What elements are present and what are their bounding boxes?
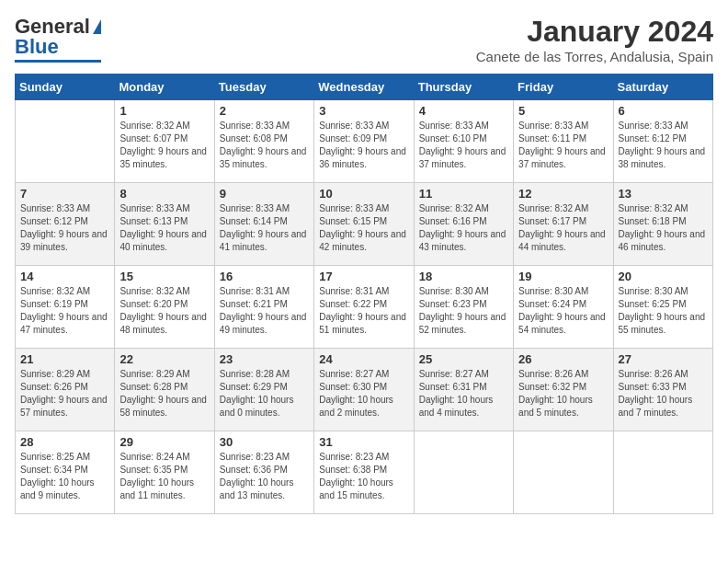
day-number: 25 [419,352,508,366]
day-number: 17 [319,270,408,283]
table-row: 14Sunrise: 8:32 AMSunset: 6:19 PMDayligh… [16,266,115,349]
day-info: Sunrise: 8:33 AMSunset: 6:10 PMDaylight:… [419,120,508,171]
logo: General Blue [15,15,101,63]
day-number: 20 [619,270,708,283]
table-row: 9Sunrise: 8:33 AMSunset: 6:14 PMDaylight… [214,183,313,266]
header-saturday: Saturday [613,75,712,100]
day-info: Sunrise: 8:30 AMSunset: 6:25 PMDaylight:… [619,285,708,337]
day-info: Sunrise: 8:32 AMSunset: 6:19 PMDaylight:… [20,285,109,337]
day-info: Sunrise: 8:23 AMSunset: 6:36 PMDaylight:… [220,451,309,502]
day-info: Sunrise: 8:32 AMSunset: 6:20 PMDaylight:… [119,285,209,337]
day-info: Sunrise: 8:33 AMSunset: 6:08 PMDaylight:… [220,120,309,171]
title-area: January 2024 Canete de las Torres, Andal… [476,15,713,64]
day-info: Sunrise: 8:27 AMSunset: 6:31 PMDaylight:… [419,368,508,419]
table-row [414,431,513,514]
day-number: 27 [619,352,708,366]
day-number: 7 [20,187,109,201]
table-row: 25Sunrise: 8:27 AMSunset: 6:31 PMDayligh… [414,349,513,431]
header-tuesday: Tuesday [214,75,313,100]
day-number: 14 [20,270,109,283]
day-info: Sunrise: 8:28 AMSunset: 6:29 PMDaylight:… [220,368,309,419]
day-number: 11 [419,187,508,201]
day-number: 12 [518,187,608,201]
day-number: 8 [119,187,209,201]
day-number: 16 [220,270,309,283]
day-number: 6 [619,104,708,118]
day-info: Sunrise: 8:25 AMSunset: 6:34 PMDaylight:… [20,451,109,502]
table-row: 19Sunrise: 8:30 AMSunset: 6:24 PMDayligh… [514,266,613,349]
table-row [514,431,613,514]
day-info: Sunrise: 8:33 AMSunset: 6:14 PMDaylight:… [220,202,309,254]
calendar-week-row: 1Sunrise: 8:32 AMSunset: 6:07 PMDaylight… [16,100,713,183]
day-number: 19 [518,270,608,283]
header-thursday: Thursday [414,75,513,100]
day-number: 2 [220,104,309,118]
day-info: Sunrise: 8:29 AMSunset: 6:28 PMDaylight:… [119,368,209,419]
table-row: 8Sunrise: 8:33 AMSunset: 6:13 PMDaylight… [115,183,214,266]
table-row: 6Sunrise: 8:33 AMSunset: 6:12 PMDaylight… [613,100,712,183]
day-number: 5 [518,104,608,118]
table-row: 29Sunrise: 8:24 AMSunset: 6:35 PMDayligh… [115,431,214,514]
table-row: 16Sunrise: 8:31 AMSunset: 6:21 PMDayligh… [214,266,313,349]
day-number: 28 [20,435,109,449]
table-row: 11Sunrise: 8:32 AMSunset: 6:16 PMDayligh… [414,183,513,266]
day-info: Sunrise: 8:26 AMSunset: 6:32 PMDaylight:… [518,368,608,419]
day-number: 29 [119,435,209,449]
logo-blue-text: Blue [15,35,59,59]
day-info: Sunrise: 8:32 AMSunset: 6:16 PMDaylight:… [419,202,508,254]
day-info: Sunrise: 8:23 AMSunset: 6:38 PMDaylight:… [319,451,408,502]
day-info: Sunrise: 8:31 AMSunset: 6:21 PMDaylight:… [220,285,309,337]
day-info: Sunrise: 8:32 AMSunset: 6:18 PMDaylight:… [619,202,708,254]
header-friday: Friday [514,75,613,100]
day-info: Sunrise: 8:33 AMSunset: 6:13 PMDaylight:… [119,202,209,254]
table-row: 17Sunrise: 8:31 AMSunset: 6:22 PMDayligh… [314,266,414,349]
table-row: 13Sunrise: 8:32 AMSunset: 6:18 PMDayligh… [613,183,712,266]
table-row: 10Sunrise: 8:33 AMSunset: 6:15 PMDayligh… [314,183,414,266]
day-info: Sunrise: 8:30 AMSunset: 6:23 PMDaylight:… [419,285,508,337]
day-number: 21 [20,352,109,366]
day-info: Sunrise: 8:33 AMSunset: 6:12 PMDaylight:… [20,202,109,254]
table-row [16,100,115,183]
day-number: 22 [119,352,209,366]
table-row: 3Sunrise: 8:33 AMSunset: 6:09 PMDaylight… [314,100,414,183]
table-row [613,431,712,514]
logo-line [15,60,101,63]
table-row: 5Sunrise: 8:33 AMSunset: 6:11 PMDaylight… [514,100,613,183]
table-row: 30Sunrise: 8:23 AMSunset: 6:36 PMDayligh… [214,431,313,514]
table-row: 23Sunrise: 8:28 AMSunset: 6:29 PMDayligh… [214,349,313,431]
day-info: Sunrise: 8:24 AMSunset: 6:35 PMDaylight:… [119,451,209,502]
day-info: Sunrise: 8:32 AMSunset: 6:07 PMDaylight:… [119,120,209,171]
calendar-week-row: 7Sunrise: 8:33 AMSunset: 6:12 PMDaylight… [16,183,713,266]
day-info: Sunrise: 8:31 AMSunset: 6:22 PMDaylight:… [319,285,408,337]
day-number: 18 [419,270,508,283]
day-number: 24 [319,352,408,366]
day-number: 1 [119,104,209,118]
table-row: 26Sunrise: 8:26 AMSunset: 6:32 PMDayligh… [514,349,613,431]
calendar-header-row: Sunday Monday Tuesday Wednesday Thursday… [16,75,713,100]
day-info: Sunrise: 8:27 AMSunset: 6:30 PMDaylight:… [319,368,408,419]
header: General Blue January 2024 Canete de las … [15,15,713,64]
day-number: 15 [119,270,209,283]
table-row: 1Sunrise: 8:32 AMSunset: 6:07 PMDaylight… [115,100,214,183]
table-row: 20Sunrise: 8:30 AMSunset: 6:25 PMDayligh… [613,266,712,349]
header-wednesday: Wednesday [314,75,414,100]
header-monday: Monday [115,75,214,100]
header-sunday: Sunday [16,75,115,100]
table-row: 31Sunrise: 8:23 AMSunset: 6:38 PMDayligh… [314,431,414,514]
day-number: 4 [419,104,508,118]
day-number: 30 [220,435,309,449]
page-subtitle: Canete de las Torres, Andalusia, Spain [476,49,713,64]
table-row: 4Sunrise: 8:33 AMSunset: 6:10 PMDaylight… [414,100,513,183]
day-info: Sunrise: 8:29 AMSunset: 6:26 PMDaylight:… [20,368,109,419]
day-info: Sunrise: 8:33 AMSunset: 6:09 PMDaylight:… [319,120,408,171]
day-number: 9 [220,187,309,201]
day-info: Sunrise: 8:26 AMSunset: 6:33 PMDaylight:… [619,368,708,419]
table-row: 27Sunrise: 8:26 AMSunset: 6:33 PMDayligh… [613,349,712,431]
day-number: 31 [319,435,408,449]
table-row: 24Sunrise: 8:27 AMSunset: 6:30 PMDayligh… [314,349,414,431]
table-row: 28Sunrise: 8:25 AMSunset: 6:34 PMDayligh… [16,431,115,514]
day-number: 23 [220,352,309,366]
calendar-week-row: 14Sunrise: 8:32 AMSunset: 6:19 PMDayligh… [16,266,713,349]
table-row: 12Sunrise: 8:32 AMSunset: 6:17 PMDayligh… [514,183,613,266]
table-row: 22Sunrise: 8:29 AMSunset: 6:28 PMDayligh… [115,349,214,431]
